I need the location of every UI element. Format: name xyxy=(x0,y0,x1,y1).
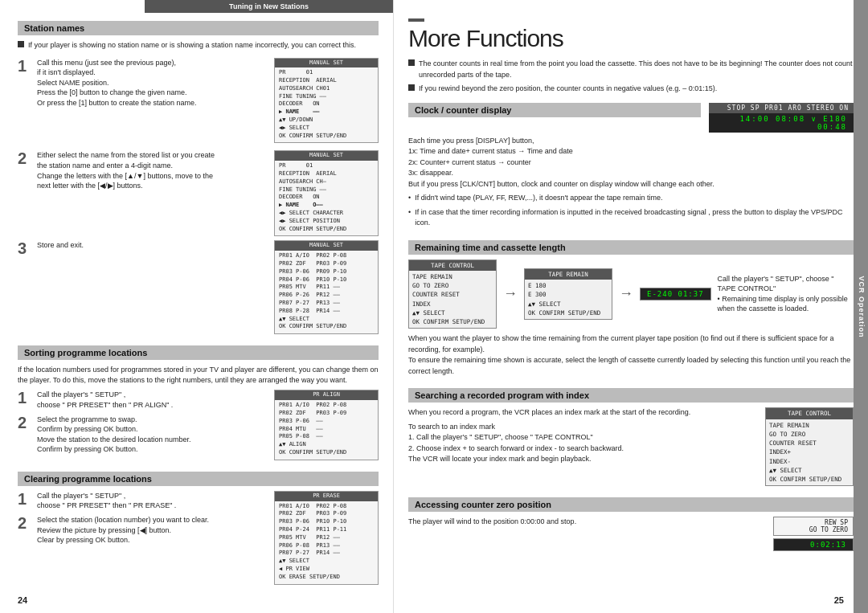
screen-manual-set-3: MANUAL SET PR01 A/I0 PR02 P-08 PR02 ZDF … xyxy=(274,240,379,334)
tape-remain-screen: TAPE REMAIN E 180 E 300 ▲▼ SELECT OK CON… xyxy=(524,268,612,320)
section-header-remaining: Remaining time and cassette length xyxy=(408,240,854,255)
step-1-station: 1 MANUAL SET PR 01 RECEPTION AERIAL AUTO… xyxy=(18,58,379,147)
vcr-sidebar-text: VCR Operation xyxy=(857,276,865,337)
section-zero: Accessing counter zero position The play… xyxy=(408,497,854,551)
tape-control-screen1: TAPE CONTROL TAPE REMAIN GO TO ZERO COUN… xyxy=(408,260,497,329)
zero-display1: REW SP GO TO ZERO xyxy=(773,517,854,536)
intro-bullet-1: The counter counts in real time from the… xyxy=(408,59,854,80)
index-screen: TAPE CONTROL TAPE REMAIN GO TO ZERO COUN… xyxy=(765,407,854,486)
arrow-icon: → xyxy=(503,285,518,302)
clearing-layout: 1 Call the player's " SETUP" , choose " … xyxy=(18,491,379,585)
remaining-layout: TAPE CONTROL TAPE REMAIN GO TO ZERO COUN… xyxy=(408,260,854,329)
page-number-right: 25 xyxy=(834,595,844,605)
section-station-names: Station names If your player is showing … xyxy=(18,21,379,334)
remaining-body: When you want the player to show the tim… xyxy=(408,333,854,355)
step-num-2: 2 xyxy=(18,150,32,166)
sorting-intro: If the location numbers used for program… xyxy=(18,365,379,385)
bullet-icon-1 xyxy=(408,59,415,66)
step-3-content: MANUAL SET PR01 A/I0 PR02 P-08 PR02 ZDF … xyxy=(37,240,379,334)
more-functions-bg xyxy=(408,18,424,22)
section-clearing: Clearing programme locations 1 Call the … xyxy=(18,472,379,585)
section-header-clearing: Clearing programme locations xyxy=(18,472,379,486)
sorting-steps-layout: 1 Call the player's " SETUP" , choose " … xyxy=(18,390,379,460)
intro-bullets: The counter counts in real time from the… xyxy=(408,59,854,95)
zero-display2: 0:02:13 xyxy=(773,538,854,551)
step-2-content: MANUAL SET PR 01 RECEPTION AERIAL AUTOSE… xyxy=(37,150,379,236)
zero-layout: The player will wind to the position 0:0… xyxy=(408,517,854,551)
tuning-bar: Tuning in New Stations xyxy=(145,0,393,13)
step-3-station: 3 MANUAL SET PR01 A/I0 PR02 P-08 PR02 ZD… xyxy=(18,240,379,334)
clearing-steps: 1 Call the player's " SETUP" , choose " … xyxy=(18,491,264,585)
sorting-step-1: 1 Call the player's " SETUP" , choose " … xyxy=(18,390,264,410)
screen-manual-set-2: MANUAL SET PR 01 RECEPTION AERIAL AUTOSE… xyxy=(274,150,379,236)
remaining-body2: To ensure the remaining time shown is ac… xyxy=(408,355,854,377)
more-functions-title: More Functions xyxy=(408,25,854,52)
zero-display-area: REW SP GO TO ZERO 0:02:13 xyxy=(773,517,854,551)
step-num-3: 3 xyxy=(18,240,32,256)
page-right: More Functions The counter counts in rea… xyxy=(394,0,868,613)
section-header-index: Searching a recorded program with index xyxy=(408,388,854,403)
section-sorting: Sorting programme locations If the locat… xyxy=(18,345,379,460)
screen-pr-erase: PR ERASE PR01 A/I0 PR02 P-08 PR02 ZDF PR… xyxy=(274,491,379,585)
step-1-content: MANUAL SET PR 01 RECEPTION AERIAL AUTOSE… xyxy=(37,58,379,147)
step-num-1: 1 xyxy=(18,58,32,74)
index-text: When you record a program, the VCR place… xyxy=(408,407,757,486)
station-names-intro: If your player is showing no station nam… xyxy=(18,40,379,51)
screen-pr-align: PR ALIGN PR01 A/I0 PR02 P-08 PR02 ZDF PR… xyxy=(274,390,379,460)
clock-display-top: STOP SP PR01 ARO STEREO ON xyxy=(709,103,854,113)
page-number-left: 24 xyxy=(18,595,27,605)
more-functions-header: More Functions xyxy=(408,16,854,52)
sorting-step-2: 2 Select the programme to swap. Confirm … xyxy=(18,415,264,455)
clearing-step-1: 1 Call the player's " SETUP" , choose " … xyxy=(18,491,264,511)
remaining-note: Call the player's " SETUP", choose " TAP… xyxy=(718,274,854,314)
section-header-sorting: Sorting programme locations xyxy=(18,345,379,360)
remaining-display: E-240 01:37 xyxy=(640,288,711,300)
section-header-station-names: Station names xyxy=(18,21,379,35)
clock-display-area: STOP SP PR01 ARO STEREO ON 14:00 08:08 ∨… xyxy=(709,103,854,133)
section-remaining: Remaining time and cassette length TAPE … xyxy=(408,240,854,378)
sorting-steps: 1 Call the player's " SETUP" , choose " … xyxy=(18,390,264,460)
clock-display-bar: 14:00 08:08 ∨ E180 00:48 xyxy=(709,113,854,133)
step-2-station: 2 MANUAL SET PR 01 RECEPTION AERIAL AUTO… xyxy=(18,150,379,236)
clearing-step-2: 2 Select the station (location number) y… xyxy=(18,515,264,546)
section-clock: Clock / counter display STOP SP PR01 ARO… xyxy=(408,103,854,229)
clock-header-row: Clock / counter display STOP SP PR01 ARO… xyxy=(408,103,854,133)
clock-steps: Each time you press [DISPLAY] button, 1x… xyxy=(408,136,854,190)
zero-text: The player will wind to the position 0:0… xyxy=(408,517,765,528)
index-layout: When you record a program, the VCR place… xyxy=(408,407,854,486)
arrow-icon-2: → xyxy=(619,285,633,302)
clock-bullets: • If didn't wind tape (PLAY, FF, REW,...… xyxy=(408,193,854,229)
bullet-icon-2 xyxy=(408,84,415,91)
section-index: Searching a recorded program with index … xyxy=(408,388,854,486)
intro-bullet-2: If you rewind beyond the zero position, … xyxy=(408,84,854,95)
vcr-sidebar: VCR Operation xyxy=(854,0,868,613)
section-header-clock: Clock / counter display xyxy=(408,103,701,117)
screen-manual-set-1: MANUAL SET PR 01 RECEPTION AERIAL AUTOSE… xyxy=(274,58,379,144)
section-header-zero: Accessing counter zero position xyxy=(408,497,854,512)
bullet-icon xyxy=(18,41,24,47)
page-left: Tuning in New Stations Station names If … xyxy=(0,0,394,613)
